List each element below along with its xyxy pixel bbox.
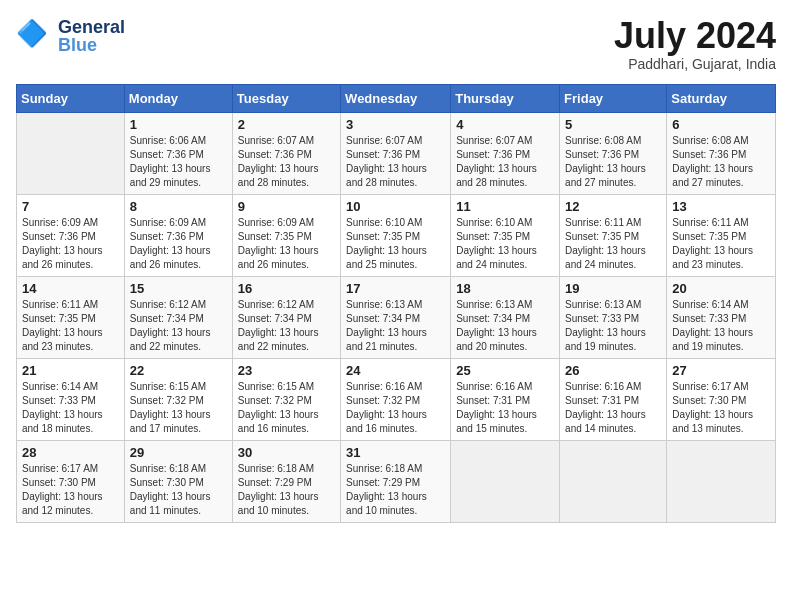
calendar-cell: 13Sunrise: 6:11 AMSunset: 7:35 PMDayligh…	[667, 194, 776, 276]
day-number: 13	[672, 199, 770, 214]
day-number: 7	[22, 199, 119, 214]
calendar-cell: 24Sunrise: 6:16 AMSunset: 7:32 PMDayligh…	[341, 358, 451, 440]
calendar-cell: 22Sunrise: 6:15 AMSunset: 7:32 PMDayligh…	[124, 358, 232, 440]
day-number: 2	[238, 117, 335, 132]
cell-info: Sunrise: 6:18 AMSunset: 7:29 PMDaylight:…	[346, 462, 445, 518]
month-year-title: July 2024	[614, 16, 776, 56]
cell-info: Sunrise: 6:10 AMSunset: 7:35 PMDaylight:…	[346, 216, 445, 272]
cell-info: Sunrise: 6:15 AMSunset: 7:32 PMDaylight:…	[130, 380, 227, 436]
header-cell-thursday: Thursday	[451, 84, 560, 112]
calendar-cell: 29Sunrise: 6:18 AMSunset: 7:30 PMDayligh…	[124, 440, 232, 522]
cell-info: Sunrise: 6:17 AMSunset: 7:30 PMDaylight:…	[22, 462, 119, 518]
cell-info: Sunrise: 6:11 AMSunset: 7:35 PMDaylight:…	[672, 216, 770, 272]
cell-info: Sunrise: 6:06 AMSunset: 7:36 PMDaylight:…	[130, 134, 227, 190]
calendar-cell: 17Sunrise: 6:13 AMSunset: 7:34 PMDayligh…	[341, 276, 451, 358]
calendar-cell: 4Sunrise: 6:07 AMSunset: 7:36 PMDaylight…	[451, 112, 560, 194]
calendar-cell: 10Sunrise: 6:10 AMSunset: 7:35 PMDayligh…	[341, 194, 451, 276]
header-cell-monday: Monday	[124, 84, 232, 112]
cell-info: Sunrise: 6:18 AMSunset: 7:29 PMDaylight:…	[238, 462, 335, 518]
cell-info: Sunrise: 6:09 AMSunset: 7:36 PMDaylight:…	[130, 216, 227, 272]
cell-info: Sunrise: 6:15 AMSunset: 7:32 PMDaylight:…	[238, 380, 335, 436]
day-number: 29	[130, 445, 227, 460]
calendar-cell: 3Sunrise: 6:07 AMSunset: 7:36 PMDaylight…	[341, 112, 451, 194]
cell-info: Sunrise: 6:16 AMSunset: 7:32 PMDaylight:…	[346, 380, 445, 436]
logo-general-text: General	[58, 18, 125, 36]
week-row-3: 14Sunrise: 6:11 AMSunset: 7:35 PMDayligh…	[17, 276, 776, 358]
day-number: 22	[130, 363, 227, 378]
day-number: 17	[346, 281, 445, 296]
calendar-cell: 7Sunrise: 6:09 AMSunset: 7:36 PMDaylight…	[17, 194, 125, 276]
day-number: 20	[672, 281, 770, 296]
logo-blue-text: Blue	[58, 36, 125, 54]
header-row: SundayMondayTuesdayWednesdayThursdayFrid…	[17, 84, 776, 112]
cell-info: Sunrise: 6:11 AMSunset: 7:35 PMDaylight:…	[565, 216, 661, 272]
logo-icon: 🔷	[16, 16, 56, 56]
day-number: 31	[346, 445, 445, 460]
cell-info: Sunrise: 6:16 AMSunset: 7:31 PMDaylight:…	[456, 380, 554, 436]
cell-info: Sunrise: 6:08 AMSunset: 7:36 PMDaylight:…	[565, 134, 661, 190]
day-number: 15	[130, 281, 227, 296]
svg-text:🔷: 🔷	[16, 18, 48, 49]
day-number: 24	[346, 363, 445, 378]
cell-info: Sunrise: 6:12 AMSunset: 7:34 PMDaylight:…	[238, 298, 335, 354]
day-number: 3	[346, 117, 445, 132]
calendar-cell: 12Sunrise: 6:11 AMSunset: 7:35 PMDayligh…	[560, 194, 667, 276]
cell-info: Sunrise: 6:17 AMSunset: 7:30 PMDaylight:…	[672, 380, 770, 436]
calendar-cell	[17, 112, 125, 194]
header-cell-tuesday: Tuesday	[232, 84, 340, 112]
calendar-cell: 25Sunrise: 6:16 AMSunset: 7:31 PMDayligh…	[451, 358, 560, 440]
day-number: 25	[456, 363, 554, 378]
calendar-cell: 8Sunrise: 6:09 AMSunset: 7:36 PMDaylight…	[124, 194, 232, 276]
cell-info: Sunrise: 6:14 AMSunset: 7:33 PMDaylight:…	[672, 298, 770, 354]
day-number: 11	[456, 199, 554, 214]
day-number: 1	[130, 117, 227, 132]
cell-info: Sunrise: 6:07 AMSunset: 7:36 PMDaylight:…	[456, 134, 554, 190]
calendar-cell	[560, 440, 667, 522]
day-number: 21	[22, 363, 119, 378]
cell-info: Sunrise: 6:14 AMSunset: 7:33 PMDaylight:…	[22, 380, 119, 436]
day-number: 30	[238, 445, 335, 460]
title-block: July 2024 Paddhari, Gujarat, India	[614, 16, 776, 72]
header-cell-sunday: Sunday	[17, 84, 125, 112]
day-number: 18	[456, 281, 554, 296]
calendar-cell	[667, 440, 776, 522]
day-number: 6	[672, 117, 770, 132]
cell-info: Sunrise: 6:13 AMSunset: 7:33 PMDaylight:…	[565, 298, 661, 354]
calendar-cell: 5Sunrise: 6:08 AMSunset: 7:36 PMDaylight…	[560, 112, 667, 194]
day-number: 8	[130, 199, 227, 214]
calendar-cell: 19Sunrise: 6:13 AMSunset: 7:33 PMDayligh…	[560, 276, 667, 358]
header-cell-wednesday: Wednesday	[341, 84, 451, 112]
day-number: 26	[565, 363, 661, 378]
week-row-4: 21Sunrise: 6:14 AMSunset: 7:33 PMDayligh…	[17, 358, 776, 440]
header-cell-saturday: Saturday	[667, 84, 776, 112]
cell-info: Sunrise: 6:09 AMSunset: 7:35 PMDaylight:…	[238, 216, 335, 272]
logo-text: General Blue	[58, 18, 125, 54]
calendar-cell: 31Sunrise: 6:18 AMSunset: 7:29 PMDayligh…	[341, 440, 451, 522]
calendar-body: 1Sunrise: 6:06 AMSunset: 7:36 PMDaylight…	[17, 112, 776, 522]
calendar-header: SundayMondayTuesdayWednesdayThursdayFrid…	[17, 84, 776, 112]
cell-info: Sunrise: 6:07 AMSunset: 7:36 PMDaylight:…	[346, 134, 445, 190]
calendar-table: SundayMondayTuesdayWednesdayThursdayFrid…	[16, 84, 776, 523]
calendar-cell: 23Sunrise: 6:15 AMSunset: 7:32 PMDayligh…	[232, 358, 340, 440]
calendar-cell: 28Sunrise: 6:17 AMSunset: 7:30 PMDayligh…	[17, 440, 125, 522]
cell-info: Sunrise: 6:07 AMSunset: 7:36 PMDaylight:…	[238, 134, 335, 190]
calendar-cell: 6Sunrise: 6:08 AMSunset: 7:36 PMDaylight…	[667, 112, 776, 194]
calendar-cell: 14Sunrise: 6:11 AMSunset: 7:35 PMDayligh…	[17, 276, 125, 358]
calendar-cell: 18Sunrise: 6:13 AMSunset: 7:34 PMDayligh…	[451, 276, 560, 358]
day-number: 10	[346, 199, 445, 214]
day-number: 5	[565, 117, 661, 132]
week-row-2: 7Sunrise: 6:09 AMSunset: 7:36 PMDaylight…	[17, 194, 776, 276]
calendar-cell	[451, 440, 560, 522]
cell-info: Sunrise: 6:09 AMSunset: 7:36 PMDaylight:…	[22, 216, 119, 272]
calendar-cell: 15Sunrise: 6:12 AMSunset: 7:34 PMDayligh…	[124, 276, 232, 358]
header-cell-friday: Friday	[560, 84, 667, 112]
calendar-cell: 2Sunrise: 6:07 AMSunset: 7:36 PMDaylight…	[232, 112, 340, 194]
day-number: 9	[238, 199, 335, 214]
calendar-cell: 30Sunrise: 6:18 AMSunset: 7:29 PMDayligh…	[232, 440, 340, 522]
week-row-1: 1Sunrise: 6:06 AMSunset: 7:36 PMDaylight…	[17, 112, 776, 194]
day-number: 28	[22, 445, 119, 460]
calendar-cell: 26Sunrise: 6:16 AMSunset: 7:31 PMDayligh…	[560, 358, 667, 440]
page-header: 🔷 General Blue July 2024 Paddhari, Gujar…	[16, 16, 776, 72]
cell-info: Sunrise: 6:10 AMSunset: 7:35 PMDaylight:…	[456, 216, 554, 272]
calendar-cell: 20Sunrise: 6:14 AMSunset: 7:33 PMDayligh…	[667, 276, 776, 358]
